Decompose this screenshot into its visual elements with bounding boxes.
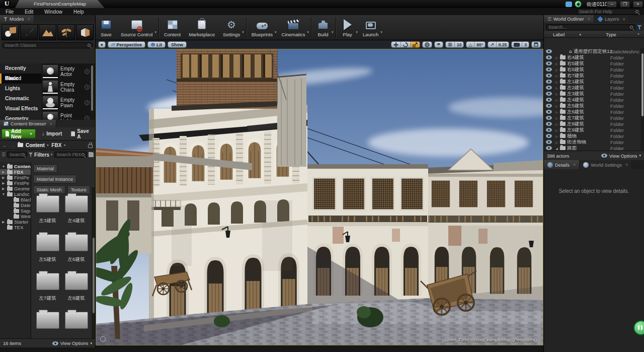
asset-search-box[interactable] [54,152,87,158]
menu-item[interactable]: File [0,9,19,15]
rotation-snap-value[interactable]: 90° [474,42,485,47]
scale-snap-value[interactable]: 0.25 [497,42,509,47]
visibility-eye-icon[interactable] [546,104,552,108]
tree-item[interactable]: Sago [0,208,31,214]
asset-folder[interactable] [33,308,62,338]
menu-item[interactable]: Help [68,9,90,15]
viewport-world-icon[interactable] [100,336,106,342]
place-mode-button[interactable] [2,24,19,40]
source-control-button[interactable]: Source Control [117,17,156,37]
visibility-eye-icon[interactable] [546,49,552,53]
visibility-eye-icon[interactable] [546,110,552,114]
viewport-options-button[interactable]: ▾ [98,41,106,48]
mode-category[interactable]: Lights [0,84,42,94]
classes-search-input[interactable] [5,43,88,48]
outliner-view-options-button[interactable]: View Options▾ [601,153,641,159]
cinematics-button[interactable]: Cinematics [278,17,309,37]
scale-tool-button[interactable] [411,42,420,47]
lock-icon[interactable] [88,145,93,148]
build-button[interactable]: Build [312,17,334,37]
outliner-row[interactable]: ◢ 路面 Folder [544,145,640,150]
tree-item[interactable]: ▶ FirstPe [0,180,31,186]
viewport-3d-scene[interactable]: Level: FirstPersonExampleMap (Persistent… [96,49,543,345]
outliner-row[interactable]: ▷ 左3建筑 Folder [544,91,640,97]
mode-category[interactable]: Visual Effects [0,104,42,114]
maximize-viewport-button[interactable] [531,41,541,48]
placeable-item[interactable]: Empty Actor ? [42,63,91,79]
paint-mode-button[interactable] [20,24,38,40]
tree-item[interactable]: ▶ FirstPe [0,175,31,180]
visibility-eye-icon[interactable] [546,116,552,120]
show-button[interactable]: Show [168,41,187,48]
asset-folder[interactable]: 左8建筑 [62,269,91,308]
move-tool-button[interactable] [391,42,401,47]
content-browser-tab[interactable]: Content Browser× [0,120,56,127]
forward-button[interactable]: → [10,143,15,148]
details-tab[interactable]: Details× [544,160,580,169]
visibility-eye-icon[interactable] [546,80,552,84]
breadcrumb-content[interactable]: Content [26,143,45,148]
filter-chip[interactable]: Material Instance [33,175,76,183]
mode-category[interactable]: Recently Placed [0,63,42,74]
play-button[interactable]: Play [337,17,358,37]
rotate-tool-button[interactable] [401,42,411,47]
outliner-row[interactable]: ▷ 左9建筑 Folder [544,127,640,133]
filters-button[interactable]: Filters [34,152,49,158]
surface-snap-button[interactable]: ☂ [434,41,443,48]
tree-item[interactable]: Datel [0,202,31,208]
outliner-search-box[interactable] [546,24,635,30]
outliner-filter-icon[interactable] [637,25,642,30]
outliner-row[interactable]: ▷ 右5建筑 Folder [544,60,640,66]
lit-mode-button[interactable]: Lit [147,41,166,48]
tree-item[interactable]: ▶ Starter [0,219,31,225]
back-button[interactable]: ← [3,143,8,148]
help-search-box[interactable] [577,9,641,15]
outliner-row[interactable]: ⌂ 通用壁灯固定铁12 StaticMeshAc [544,48,640,54]
type-column-header[interactable]: Type [606,32,616,37]
layers-tab[interactable]: Layers× [594,15,629,23]
outliner-row[interactable]: ▷ 右4建筑 Folder [544,54,640,60]
close-button[interactable]: × [633,1,643,8]
menu-item[interactable]: Edit [19,9,39,15]
scale-snap-toggle[interactable]: ↗ [488,42,497,47]
modes-search-box[interactable] [2,42,93,48]
asset-search-input[interactable] [57,152,82,157]
outliner-row[interactable]: ▷ 左2建筑 Folder [544,85,640,91]
rotation-snap-toggle[interactable]: △ [466,42,474,47]
perspective-button[interactable]: Perspective [108,41,146,48]
tree-item[interactable]: TEX [0,225,31,230]
label-column-header[interactable]: Label [553,32,565,37]
asset-folder[interactable] [62,308,91,338]
close-tab-icon[interactable]: × [588,17,590,22]
grid-snap-toggle[interactable] [446,42,455,47]
tree-item[interactable]: ▶ FBX [0,169,31,175]
save-all-button[interactable]: Save A [68,129,94,138]
visibility-eye-icon[interactable] [546,61,552,65]
settings-button[interactable]: ⚙ Settings [219,17,244,37]
launch-button[interactable]: Launch [359,17,382,37]
sources-toggle-icon[interactable]: ☰ [2,152,6,157]
close-tab-icon[interactable]: × [50,121,52,126]
visibility-eye-icon[interactable] [546,86,552,90]
camera-speed-value[interactable]: 3 [522,42,529,47]
content-button[interactable]: Content [160,17,185,37]
placeable-item[interactable]: Empty Pawn ? [42,95,91,110]
tree-item[interactable]: ▼ Landsc [0,191,31,197]
outliner-row[interactable]: ▷ 左7建筑 Folder [544,115,640,121]
visibility-eye-icon[interactable] [546,122,552,126]
visibility-eye-icon[interactable] [546,74,552,78]
outliner-row[interactable]: ▷ 左1建筑 Folder [544,79,640,85]
marketplace-button[interactable]: Marketplace [185,17,219,37]
tree-item[interactable]: Black [0,197,31,202]
visibility-eye-icon[interactable] [546,128,552,132]
minimize-button[interactable]: – [607,1,617,8]
filter-chip[interactable]: Material [33,164,57,173]
map-document-tab[interactable]: FirstPersonExampleMap [15,0,105,8]
add-new-button[interactable]: Add New▾ [2,129,36,138]
outliner-search-input[interactable] [548,25,630,30]
blueprints-button[interactable]: Blueprints [248,17,277,37]
close-tab-icon[interactable]: × [573,162,576,167]
outliner-scrollbar[interactable] [640,48,644,150]
outliner-row[interactable]: ▷ 左8建筑 Folder [544,121,640,127]
save-search-icon[interactable] [89,152,94,157]
